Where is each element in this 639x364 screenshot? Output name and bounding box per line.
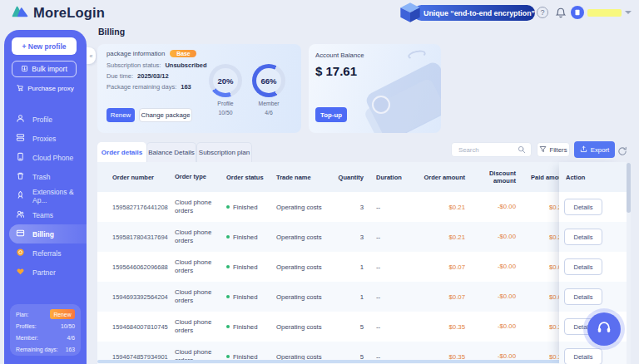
user-avatar[interactable]: [571, 6, 584, 19]
member-value: 4/6: [67, 335, 75, 341]
bulk-import-label: Bulk import: [32, 65, 67, 73]
support-button[interactable]: [587, 312, 621, 346]
quantity: 5: [337, 323, 370, 331]
account-balance-card: Account Balance $ 17.61 Top-up: [309, 44, 441, 133]
order-type: Cloud phone orders: [168, 318, 220, 334]
search-box: [451, 142, 532, 157]
sidebar-item-label: Cloud Phone: [32, 154, 73, 162]
filters-label: Filters: [549, 146, 567, 154]
order-number: 1595646062096688: [97, 263, 168, 271]
status-dot: [226, 235, 230, 239]
quantity: 3: [337, 204, 370, 211]
order-number: 1595817804317694: [97, 234, 168, 241]
table-row: 1595817804317694 Cloud phone orders Fini…: [97, 222, 627, 252]
plan-renew-button[interactable]: Renew: [50, 309, 75, 319]
profiles-label: Profiles:: [16, 323, 37, 329]
details-button[interactable]: Details: [564, 229, 602, 245]
duration: --: [370, 204, 410, 211]
trade-name: Operating costs: [270, 234, 337, 241]
trash-icon: [16, 171, 25, 182]
order-type: Cloud phone orders: [168, 258, 220, 274]
tab-subscription-plan[interactable]: Subscription plan: [196, 142, 252, 162]
details-button[interactable]: Details: [564, 199, 602, 215]
trade-name: Operating costs: [270, 293, 337, 301]
package-remaining-days-label: Package remaining days:: [106, 83, 176, 91]
order-type: Cloud phone orders: [168, 229, 220, 244]
status-dot: [226, 295, 230, 298]
package-information-label: package information: [106, 50, 165, 57]
sidebar-item-proxies[interactable]: Proxies: [4, 129, 87, 148]
filters-button[interactable]: Filters: [537, 142, 570, 157]
morelogin-app-window: MoreLogin Unique “end-to-end encryption”…: [0, 0, 639, 364]
refresh-icon[interactable]: [617, 145, 627, 160]
discount-amount: -$0.00: [472, 263, 523, 271]
top-up-button[interactable]: Top-up: [315, 107, 347, 122]
purchase-proxy-link[interactable]: Purchase proxy: [4, 81, 87, 95]
chevron-down-icon[interactable]: [625, 11, 632, 14]
sidebar-item-trash[interactable]: Trash: [4, 167, 87, 186]
swirl-illustration: [407, 49, 427, 61]
quantity: 1: [337, 293, 370, 301]
trade-name: Operating costs: [270, 323, 337, 331]
bulk-import-button[interactable]: Bulk import: [12, 61, 77, 77]
export-icon: [580, 145, 587, 155]
discount-amount: -$0.00: [472, 203, 523, 211]
sidebar-menu: Profile Proxies Cloud Phone Trash Extens…: [4, 110, 87, 282]
search-input[interactable]: [457, 145, 514, 155]
sidebar-item-label: Billing: [32, 230, 54, 239]
details-button[interactable]: Details: [564, 258, 602, 275]
export-button[interactable]: Export: [574, 141, 615, 158]
table-header-row: Order number Order type Order status Tra…: [97, 162, 627, 192]
encryption-banner[interactable]: Unique “end-to-end encryption”: [414, 5, 535, 21]
details-button[interactable]: Details: [564, 288, 602, 305]
vertical-scrollbar[interactable]: [627, 163, 631, 364]
sidebar-item-cloud-phone[interactable]: Cloud Phone: [4, 148, 87, 167]
tab-balance-details[interactable]: Balance Details: [146, 142, 196, 162]
horizontal-scrollbar[interactable]: [97, 360, 622, 363]
search-icon[interactable]: [518, 142, 526, 157]
notifications-bell-icon[interactable]: [555, 6, 567, 22]
order-status: Finished: [233, 234, 257, 241]
renew-button[interactable]: Renew: [106, 108, 135, 122]
due-time-label: Due time:: [106, 72, 133, 80]
app-logo: MoreLogin: [11, 3, 105, 22]
quantity: 1: [337, 263, 370, 271]
sidebar-collapse-handle[interactable]: «: [87, 47, 96, 64]
order-status: Finished: [233, 263, 257, 271]
funnel-icon: [539, 145, 547, 155]
sidebar-item-referrals[interactable]: Referrals: [4, 243, 87, 263]
coin-illustration: [372, 96, 390, 114]
order-amount: $0.35: [410, 323, 472, 331]
tab-order-details[interactable]: Order details: [97, 142, 146, 162]
details-button[interactable]: Details: [564, 348, 602, 364]
subscription-status-label: Subscription status:: [106, 61, 161, 69]
proxies-icon: [16, 133, 25, 144]
order-number: 1595827176441208: [97, 204, 168, 211]
sidebar-item-extensions[interactable]: Extensions & Ap...: [4, 186, 87, 205]
member-label: Member:: [16, 335, 38, 341]
plan-label: Plan:: [16, 312, 29, 317]
app-logo-text: MoreLogin: [33, 5, 105, 21]
status-dot: [226, 325, 230, 328]
sidebar-item-billing[interactable]: Billing: [9, 224, 87, 243]
due-time-value: 2025/03/12: [137, 72, 169, 80]
change-package-button[interactable]: Change package: [139, 108, 192, 122]
sidebar-item-profile[interactable]: Profile: [4, 110, 87, 129]
order-type: Cloud phone orders: [168, 288, 220, 304]
headset-icon: [596, 319, 612, 339]
new-profile-button[interactable]: + New profile: [12, 37, 77, 55]
teams-icon: [16, 209, 25, 220]
status-dot: [226, 265, 230, 268]
cloud-phone-icon: [16, 152, 25, 163]
col-discount-amount: Discount amount: [472, 170, 523, 185]
sidebar-item-partner[interactable]: Partner: [4, 263, 87, 282]
status-dot: [226, 205, 230, 209]
vertical-scrollbar-thumb[interactable]: [627, 163, 631, 213]
order-number: 1594684007810745: [97, 323, 168, 331]
sidebar-item-teams[interactable]: Teams: [4, 205, 87, 224]
sidebar-item-label: Profile: [32, 116, 52, 124]
help-icon[interactable]: ?: [537, 7, 548, 18]
col-action: Action: [559, 162, 627, 192]
order-status: Finished: [233, 293, 257, 301]
profile-icon: [16, 114, 25, 125]
